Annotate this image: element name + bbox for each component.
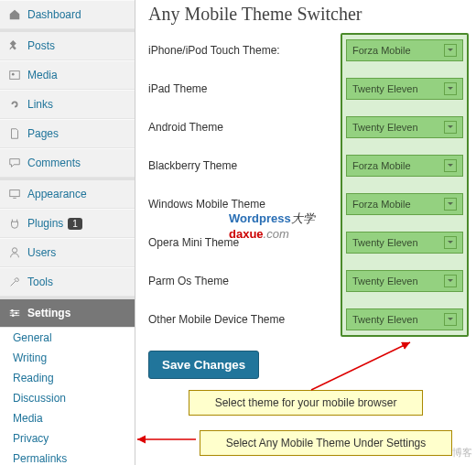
sidebar-item-dashboard[interactable]: Dashboard: [0, 0, 135, 29]
theme-select[interactable]: Twenty Eleven: [346, 232, 463, 254]
chevron-down-icon: [444, 82, 457, 95]
admin-sidebar: Dashboard Posts Media Links Pages Commen…: [0, 0, 135, 465]
pin-icon: [7, 38, 22, 53]
chevron-down-icon: [444, 275, 457, 287]
theme-select[interactable]: Twenty Eleven: [346, 116, 463, 138]
theme-row: Other Mobile Device ThemeTwenty Eleven: [148, 308, 463, 330]
label: Users: [27, 246, 56, 259]
theme-row: iPad ThemeTwenty Eleven: [148, 78, 463, 100]
select-value: Forza Mobile: [352, 45, 411, 56]
comment-icon: [7, 156, 22, 170]
chevron-down-icon: [444, 121, 457, 134]
theme-label: Other Mobile Device Theme: [148, 313, 285, 326]
select-value: Twenty Eleven: [352, 314, 418, 325]
theme-label: Blackberry Theme: [148, 159, 237, 172]
label: Dashboard: [27, 8, 81, 21]
svg-point-5: [15, 312, 17, 315]
svg-point-1: [12, 73, 15, 76]
label: Pages: [27, 127, 59, 140]
page-title: Any Mobile Theme Switcher: [148, 4, 463, 25]
tools-icon: [7, 275, 22, 289]
theme-label: Android Theme: [148, 121, 223, 134]
sidebar-item-plugins[interactable]: Plugins1: [0, 209, 135, 238]
label: Settings: [27, 307, 70, 319]
label: Tools: [27, 276, 53, 288]
svg-rect-2: [10, 190, 20, 197]
theme-label: iPhone/iPod Touch Theme:: [148, 44, 280, 57]
theme-row: Opera Mini ThemeTwenty Eleven: [148, 232, 463, 254]
link-icon: [7, 97, 22, 112]
select-value: Forza Mobile: [352, 160, 411, 171]
theme-select[interactable]: Twenty Eleven: [346, 78, 463, 100]
plugins-badge: 1: [68, 218, 82, 230]
label: Appearance: [27, 188, 87, 200]
sub-general[interactable]: General: [0, 328, 135, 348]
callout-select-theme: Select theme for your mobile browser: [189, 390, 423, 416]
settings-submenu: General Writing Reading Discussion Media…: [0, 328, 135, 465]
theme-select[interactable]: Twenty Eleven: [346, 308, 463, 330]
sub-media[interactable]: Media: [0, 408, 135, 428]
chevron-down-icon: [444, 44, 457, 57]
chevron-down-icon: [444, 159, 457, 172]
svg-point-6: [12, 314, 15, 317]
select-value: Twenty Eleven: [352, 122, 418, 133]
select-value: Forza Mobile: [352, 199, 411, 210]
select-value: Twenty Eleven: [352, 237, 418, 248]
svg-point-3: [12, 248, 16, 253]
page-icon: [7, 126, 22, 141]
label: Media: [27, 69, 58, 81]
sidebar-item-appearance[interactable]: Appearance: [0, 178, 135, 209]
label: Plugins: [27, 217, 63, 230]
sub-privacy[interactable]: Privacy: [0, 428, 135, 449]
theme-row: Parm Os ThemeTwenty Eleven: [148, 270, 463, 292]
sub-reading[interactable]: Reading: [0, 368, 135, 388]
select-value: Twenty Eleven: [352, 83, 418, 94]
label: Links: [27, 98, 53, 111]
theme-row: Blackberry ThemeForza Mobile: [148, 155, 463, 177]
sidebar-item-pages[interactable]: Pages: [0, 119, 135, 148]
chevron-down-icon: [444, 236, 457, 249]
theme-select[interactable]: Forza Mobile: [346, 155, 463, 177]
sub-writing[interactable]: Writing: [0, 348, 135, 368]
theme-label: Windows Mobile Theme: [148, 198, 265, 211]
sidebar-item-users[interactable]: Users: [0, 238, 135, 267]
theme-select[interactable]: Twenty Eleven: [346, 270, 463, 292]
callout-under-settings: Select Any Mobile Theme Under Settings: [200, 430, 452, 456]
sidebar-item-posts[interactable]: Posts: [0, 29, 135, 60]
theme-select[interactable]: Forza Mobile: [346, 193, 463, 215]
appearance-icon: [7, 187, 22, 201]
sidebar-item-comments[interactable]: Comments: [0, 148, 135, 178]
theme-row: iPhone/iPod Touch Theme:Forza Mobile: [148, 39, 463, 61]
select-value: Twenty Eleven: [352, 276, 418, 287]
theme-row: Android ThemeTwenty Eleven: [148, 116, 463, 138]
media-icon: [7, 68, 22, 82]
svg-rect-0: [10, 71, 20, 80]
sidebar-item-tools[interactable]: Tools: [0, 267, 135, 297]
theme-label: Opera Mini Theme: [148, 236, 239, 249]
theme-label: Parm Os Theme: [148, 275, 229, 287]
theme-select[interactable]: Forza Mobile: [346, 39, 463, 61]
sub-discussion[interactable]: Discussion: [0, 388, 135, 408]
home-icon: [7, 7, 22, 22]
sidebar-item-settings[interactable]: Settings: [0, 297, 135, 328]
footer-tag: 博客: [452, 446, 472, 460]
sidebar-item-links[interactable]: Links: [0, 90, 135, 119]
sidebar-item-media[interactable]: Media: [0, 60, 135, 90]
label: Posts: [27, 39, 55, 52]
chevron-down-icon: [444, 198, 457, 211]
chevron-down-icon: [444, 313, 457, 326]
sub-permalinks[interactable]: Permalinks: [0, 449, 135, 465]
plugin-icon: [7, 216, 22, 231]
settings-icon: [7, 306, 22, 320]
users-icon: [7, 245, 22, 260]
save-changes-button[interactable]: Save Changes: [148, 351, 259, 379]
svg-point-4: [11, 309, 14, 312]
theme-label: iPad Theme: [148, 82, 207, 95]
label: Comments: [27, 157, 81, 169]
theme-row: Windows Mobile ThemeForza Mobile: [148, 193, 463, 215]
